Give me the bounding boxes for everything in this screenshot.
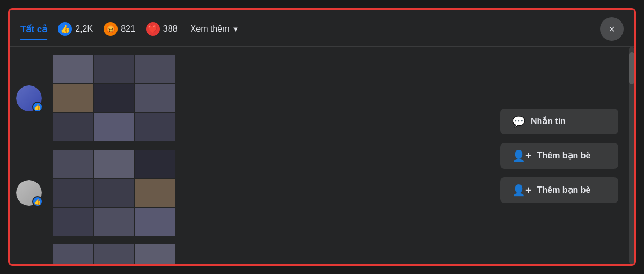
user-info-blurred <box>53 150 175 236</box>
pixel-cell <box>135 55 175 83</box>
messenger-icon: 💬 <box>512 115 525 128</box>
list-item[interactable]: 👍 <box>10 51 181 146</box>
add-friend-icon-2: 👤+ <box>512 184 532 197</box>
pixel-cell <box>135 244 175 264</box>
add-friend-icon: 👤+ <box>512 149 532 162</box>
scrollbar-thumb[interactable] <box>629 52 634 84</box>
close-button[interactable]: × <box>600 17 624 41</box>
heart-count: 388 <box>163 24 178 34</box>
pixel-cell <box>53 244 93 264</box>
list-item[interactable]: 👍 <box>10 146 181 240</box>
pixel-cell <box>53 208 93 236</box>
add-friend-label-1: Thêm bạn bè <box>537 150 591 161</box>
pixel-cell <box>135 179 175 207</box>
add-friend-label-2: Thêm bạn bè <box>537 185 591 195</box>
pixel-cell <box>53 84 93 112</box>
pixel-cell <box>94 150 134 178</box>
user-info-blurred <box>53 55 175 141</box>
pixel-cell <box>94 244 134 264</box>
pixel-cell <box>94 55 134 83</box>
tab-heart[interactable]: ❤️ 388 <box>146 22 178 41</box>
user-info-blurred <box>53 244 175 264</box>
pixel-cell <box>53 113 93 141</box>
pixel-cell <box>53 179 93 207</box>
pixel-cell <box>53 55 93 83</box>
right-panel: 💬 Nhắn tin 👤+ Thêm bạn bè 👤+ Thêm bạn bè <box>181 47 634 264</box>
avatar: 👍 <box>16 180 42 206</box>
tab-all[interactable]: Tất cả <box>20 24 47 40</box>
see-more-label: Xem thêm <box>191 24 230 34</box>
pixel-cell <box>94 84 134 112</box>
message-label: Nhắn tin <box>531 116 566 126</box>
add-friend-button-1[interactable]: 👤+ Thêm bạn bè <box>500 143 618 169</box>
pixel-cell <box>135 84 175 112</box>
pixel-cell <box>94 113 134 141</box>
pixel-cell <box>135 150 175 178</box>
like-icon: 👍 <box>58 22 72 36</box>
pixel-cell <box>94 208 134 236</box>
modal-container: Tất cả 👍 2,2K 😡 821 ❤️ 388 Xem thêm ▼ × <box>8 8 636 266</box>
list-item[interactable]: 👍 <box>10 240 181 264</box>
add-friend-button-2[interactable]: 👤+ Thêm bạn bè <box>500 177 618 203</box>
main-content: 👍 <box>10 47 634 264</box>
avatar: 👍 <box>16 85 42 111</box>
pixel-cell <box>94 179 134 207</box>
reaction-badge: 👍 <box>32 102 43 112</box>
tab-bar: Tất cả 👍 2,2K 😡 821 ❤️ 388 Xem thêm ▼ × <box>10 10 634 46</box>
angry-icon: 😡 <box>104 22 118 36</box>
user-list: 👍 <box>10 47 181 264</box>
pixel-cell <box>135 208 175 236</box>
pixel-cell <box>135 113 175 141</box>
like-count: 2,2K <box>75 24 93 34</box>
reaction-badge: 👍 <box>32 196 43 207</box>
chevron-down-icon: ▼ <box>232 25 239 33</box>
message-button[interactable]: 💬 Nhắn tin <box>500 109 618 134</box>
tab-angry[interactable]: 😡 821 <box>104 22 135 41</box>
angry-count: 821 <box>121 24 135 34</box>
tab-like[interactable]: 👍 2,2K <box>58 22 93 41</box>
heart-icon: ❤️ <box>146 22 160 36</box>
see-more-button[interactable]: Xem thêm ▼ <box>191 24 239 39</box>
pixel-cell <box>53 150 93 178</box>
scrollbar-track[interactable] <box>629 47 634 264</box>
